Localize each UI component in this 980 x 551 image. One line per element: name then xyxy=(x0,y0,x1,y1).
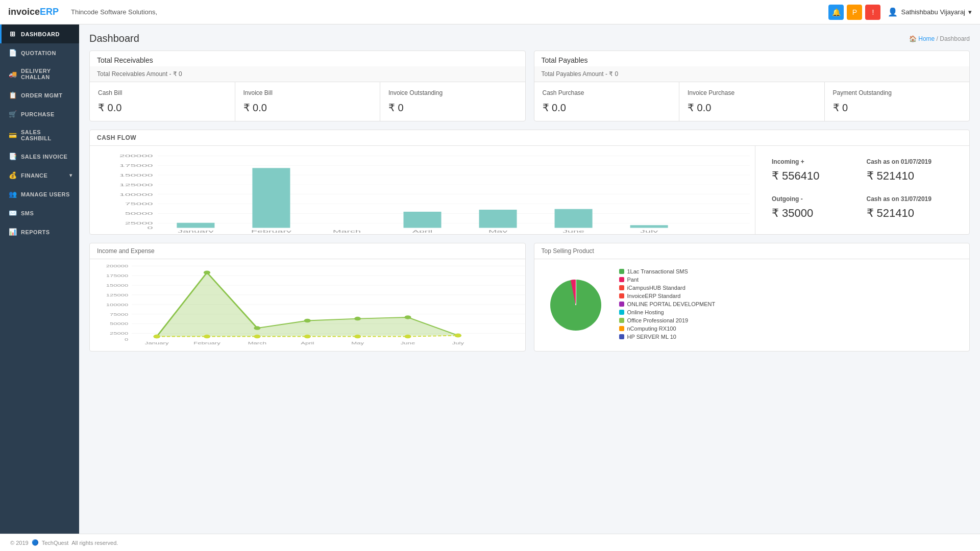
puzzle-button[interactable]: P xyxy=(847,5,862,20)
income-dot-feb xyxy=(204,270,210,274)
cash-purchase-label: Cash Purchase xyxy=(543,89,671,96)
top-selling-card: Top Selling Product xyxy=(534,243,970,352)
sidebar-label-quotation: Quotation xyxy=(21,50,56,56)
cashflow-stats: Incoming + ₹ 556410 Cash as on 01/07/201… xyxy=(755,146,969,234)
sidebar-label-reports: Reports xyxy=(21,229,50,235)
sidebar-icon-sales_cashbill: 💳 xyxy=(9,132,17,139)
app-logo: invoiceERP xyxy=(8,7,59,17)
notification-button[interactable]: 🔔 xyxy=(828,5,844,20)
legend-item-hosting: Online Hosting xyxy=(619,309,962,315)
cash-purchase-metric: Cash Purchase ₹ 0.0 xyxy=(534,82,680,121)
sidebar-label-delivery: Delivery Challan xyxy=(21,68,72,80)
app-body: ⊞ Dashboard 📄 Quotation 🚚 Delivery Chall… xyxy=(0,24,980,534)
cashflow-body: 200000 175000 150000 125000 100000 75000… xyxy=(90,146,969,234)
svg-text:June: June xyxy=(562,229,584,233)
expense-dot-feb xyxy=(204,335,210,339)
sidebar-item-purchase[interactable]: 🛒 Purchase xyxy=(0,105,79,123)
bar-february xyxy=(252,168,290,228)
svg-text:April: April xyxy=(301,341,314,345)
sidebar-icon-reports: 📊 xyxy=(9,228,17,236)
footer-rights: All rights reserved. xyxy=(71,540,118,546)
sidebar-item-sales_invoice[interactable]: 📑 Sales Invoice xyxy=(0,147,79,166)
page-title: Dashboard xyxy=(89,33,139,44)
user-name: Sathishbabu Vijayaraj xyxy=(901,8,965,16)
svg-text:March: March xyxy=(248,341,266,345)
sidebar-icon-purchase: 🛒 xyxy=(9,110,17,118)
sidebar-icon-order: 📋 xyxy=(9,91,17,99)
legend-label-office: Office Professional 2019 xyxy=(627,317,689,323)
incoming-value: ₹ 556410 xyxy=(772,169,859,183)
svg-text:125000: 125000 xyxy=(119,183,153,187)
footer-copyright: © 2019 xyxy=(10,540,29,546)
expense-dot-jul xyxy=(455,334,461,338)
main-content: Dashboard 🏠 Home / Dashboard Total Recei… xyxy=(79,24,980,534)
invoice-bill-label: Invoice Bill xyxy=(243,89,372,96)
alert-button[interactable]: ! xyxy=(865,5,880,20)
svg-text:175000: 175000 xyxy=(119,163,153,168)
legend-label-sms: 1Lac Transactional SMS xyxy=(627,268,688,274)
svg-text:200000: 200000 xyxy=(119,154,153,158)
sidebar-item-order[interactable]: 📋 Order MGMT xyxy=(0,86,79,105)
sidebar-item-delivery[interactable]: 🚚 Delivery Challan xyxy=(0,62,79,86)
bar-january xyxy=(177,223,214,228)
legend-label-invoiceerp: InvoiceERP Standard xyxy=(627,293,681,299)
legend-label-ncomputing: nComputing RX100 xyxy=(627,325,676,332)
sidebar: ⊞ Dashboard 📄 Quotation 🚚 Delivery Chall… xyxy=(0,24,79,534)
outgoing-value: ₹ 35000 xyxy=(772,207,859,220)
breadcrumb: 🏠 Home / Dashboard xyxy=(909,35,970,42)
outgoing-stat: Outgoing - ₹ 35000 xyxy=(768,190,863,228)
legend-item-sms: 1Lac Transactional SMS xyxy=(619,268,962,274)
receivables-payables-row: Total Receivables Total Receivables Amou… xyxy=(89,51,970,121)
svg-text:February: February xyxy=(193,341,220,345)
legend-dot-ncomputing xyxy=(619,326,624,331)
cashflow-chart-area: 200000 175000 150000 125000 100000 75000… xyxy=(90,146,755,234)
incoming-stat: Incoming + ₹ 556410 xyxy=(768,153,863,190)
cash-end-label: Cash as on 31/07/2019 xyxy=(867,195,953,203)
legend-item-icampus: iCampusHUB Standard xyxy=(619,285,962,291)
sidebar-item-finance[interactable]: 💰 Finance ▾ xyxy=(0,166,79,185)
legend-item-office: Office Professional 2019 xyxy=(619,317,962,323)
legend-item-pant: Pant xyxy=(619,277,962,283)
svg-text:100000: 100000 xyxy=(106,303,129,307)
cash-start-value: ₹ 521410 xyxy=(867,169,953,183)
svg-text:25000: 25000 xyxy=(110,331,129,335)
user-menu[interactable]: 👤 Sathishbabu Vijayaraj ▾ xyxy=(888,7,972,17)
svg-text:50000: 50000 xyxy=(110,321,129,325)
cash-end-stat: Cash as on 31/07/2019 ₹ 521410 xyxy=(863,190,958,228)
footer-logo: 🔵 xyxy=(32,539,39,546)
sidebar-icon-delivery: 🚚 xyxy=(9,70,17,78)
income-expense-card: Income and Expense 200000 xyxy=(89,243,526,352)
sidebar-item-reports[interactable]: 📊 Reports xyxy=(0,222,79,241)
user-dropdown-icon: ▾ xyxy=(968,8,972,16)
cash-bill-label: Cash Bill xyxy=(98,89,227,96)
sidebar-item-sales_cashbill[interactable]: 💳 Sales Cashbill xyxy=(0,123,79,147)
sidebar-item-sms[interactable]: ✉️ SMS xyxy=(0,204,79,222)
pie-chart xyxy=(543,272,609,338)
income-dot-may xyxy=(354,317,361,321)
svg-text:July: July xyxy=(452,341,464,345)
invoice-bill-metric: Invoice Bill ₹ 0.0 xyxy=(235,82,381,121)
cash-start-stat: Cash as on 01/07/2019 ₹ 521410 xyxy=(863,153,958,190)
expense-dot-may xyxy=(354,335,361,339)
invoice-purchase-label: Invoice Purchase xyxy=(688,89,816,96)
cashflow-bar-chart: 200000 175000 150000 125000 100000 75000… xyxy=(95,151,750,233)
sidebar-label-dashboard: Dashboard xyxy=(21,31,60,37)
svg-text:75000: 75000 xyxy=(125,202,153,206)
top-selling-title: Top Selling Product xyxy=(534,243,970,259)
company-name: Thincode Software Solutions, xyxy=(71,8,822,16)
sidebar-item-quotation[interactable]: 📄 Quotation xyxy=(0,43,79,62)
sidebar-arrow-finance: ▾ xyxy=(69,172,72,178)
sidebar-label-sms: SMS xyxy=(21,210,34,216)
incoming-label: Incoming + xyxy=(772,158,859,165)
cash-start-label: Cash as on 01/07/2019 xyxy=(867,158,953,165)
bar-april xyxy=(403,212,441,228)
breadcrumb-home[interactable]: Home xyxy=(918,35,935,42)
legend-label-hpserver: HP SERVER ML 10 xyxy=(627,334,676,340)
sidebar-item-dashboard[interactable]: ⊞ Dashboard xyxy=(0,24,79,43)
svg-text:January: January xyxy=(178,229,214,233)
invoice-outstanding-metric: Invoice Outstanding ₹ 0 xyxy=(380,82,525,121)
sidebar-item-manage_users[interactable]: 👥 Manage Users xyxy=(0,185,79,204)
expense-dot-mar xyxy=(254,335,260,339)
invoice-outstanding-value: ₹ 0 xyxy=(388,102,517,114)
receivables-amount-label: Total Receivables Amount - ₹ 0 xyxy=(90,66,525,82)
